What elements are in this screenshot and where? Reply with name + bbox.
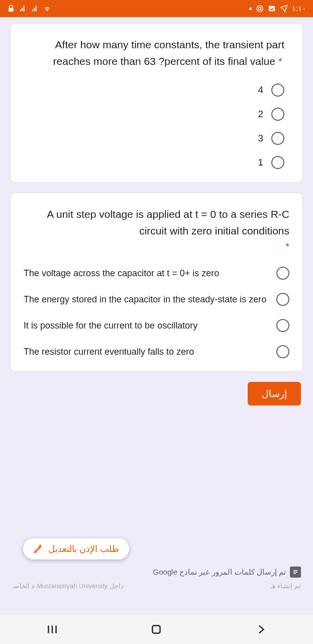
recents-icon bbox=[46, 623, 59, 636]
pencil-icon bbox=[33, 544, 43, 554]
signal-icon-2 bbox=[31, 5, 39, 13]
option-label: 2 bbox=[258, 109, 263, 120]
home-icon bbox=[150, 623, 163, 636]
question-card-2: A unit step voltage is applied at t = 0 … bbox=[10, 193, 303, 372]
svg-rect-3 bbox=[293, 571, 297, 572]
chrome-icon bbox=[256, 5, 264, 13]
edit-chip-label: طلب الإذن بالتعديل bbox=[48, 543, 119, 554]
forms-footer-line: تم إرسال كلمات المرور عبر نماذج Google bbox=[153, 567, 301, 578]
question-1-text: After how many time constants, the trans… bbox=[24, 37, 289, 69]
option-row[interactable]: It is possible for the current to be osc… bbox=[24, 319, 289, 332]
question-1-options: 4 2 3 1 bbox=[24, 84, 289, 169]
submit-row: إرسال bbox=[10, 382, 303, 406]
request-edit-chip[interactable]: طلب الإذن بالتعديل bbox=[23, 538, 129, 559]
svg-rect-9 bbox=[153, 625, 160, 633]
option-row[interactable]: 2 bbox=[258, 108, 284, 121]
option-row[interactable]: The resistor current eventually falls to… bbox=[24, 345, 289, 358]
submit-button[interactable]: إرسال bbox=[248, 382, 301, 406]
forms-icon bbox=[290, 567, 301, 578]
svg-point-1 bbox=[258, 7, 261, 10]
lock-icon bbox=[7, 5, 15, 13]
svg-point-0 bbox=[257, 6, 263, 12]
option-label: The voltage across the capacitor at t = … bbox=[24, 267, 267, 280]
radio-button[interactable] bbox=[271, 132, 284, 145]
radio-button[interactable] bbox=[271, 84, 284, 97]
system-nav-bar bbox=[0, 615, 313, 644]
radio-button[interactable] bbox=[276, 293, 289, 306]
option-row[interactable]: 3 bbox=[258, 132, 284, 145]
radio-button[interactable] bbox=[271, 156, 284, 169]
option-row[interactable]: 4 bbox=[258, 84, 284, 97]
required-asterisk: * bbox=[278, 55, 282, 67]
svg-rect-4 bbox=[293, 572, 297, 573]
footer-text: تم إرسال كلمات المرور عبر نماذج Google bbox=[153, 568, 286, 577]
status-left bbox=[7, 5, 51, 13]
nav-home-button[interactable] bbox=[141, 623, 171, 636]
radio-button[interactable] bbox=[276, 345, 289, 358]
question-2-text: A unit step voltage is applied at t = 0 … bbox=[24, 206, 289, 239]
option-label: 1 bbox=[258, 157, 263, 168]
option-row[interactable]: The voltage across the capacitor at t = … bbox=[24, 267, 289, 280]
option-row[interactable]: 1 bbox=[258, 156, 284, 169]
radio-button[interactable] bbox=[271, 108, 284, 121]
image-icon bbox=[268, 5, 276, 13]
option-label: It is possible for the current to be osc… bbox=[24, 319, 267, 332]
partial-footer: ة الخاصـ Mustansiriyah University داخل ت… bbox=[12, 582, 301, 590]
dot-icon bbox=[249, 8, 252, 10]
required-asterisk: * bbox=[24, 241, 289, 253]
option-label: 4 bbox=[258, 85, 263, 96]
radio-button[interactable] bbox=[276, 267, 289, 280]
svg-rect-5 bbox=[293, 574, 296, 575]
back-icon bbox=[254, 623, 267, 636]
question-card-1: After how many time constants, the trans… bbox=[10, 23, 303, 183]
wifi-icon bbox=[43, 5, 51, 13]
nav-recents-button[interactable] bbox=[37, 623, 67, 636]
signal-icon-1 bbox=[19, 5, 27, 13]
svg-rect-2 bbox=[269, 6, 275, 12]
status-bar: ١:١٠ bbox=[0, 0, 313, 17]
option-label: The energy stored in the capacitor in th… bbox=[24, 293, 267, 306]
radio-button[interactable] bbox=[276, 319, 289, 332]
send-icon bbox=[280, 5, 288, 13]
status-right: ١:١٠ bbox=[249, 4, 306, 13]
option-label: The resistor current eventually falls to… bbox=[24, 346, 267, 358]
question-2-options: The voltage across the capacitor at t = … bbox=[24, 267, 289, 358]
nav-back-button[interactable] bbox=[246, 623, 276, 636]
status-time: ١:١٠ bbox=[292, 4, 306, 13]
option-row[interactable]: The energy stored in the capacitor in th… bbox=[24, 293, 289, 306]
form-content: After how many time constants, the trans… bbox=[0, 17, 313, 615]
option-label: 3 bbox=[258, 133, 263, 144]
